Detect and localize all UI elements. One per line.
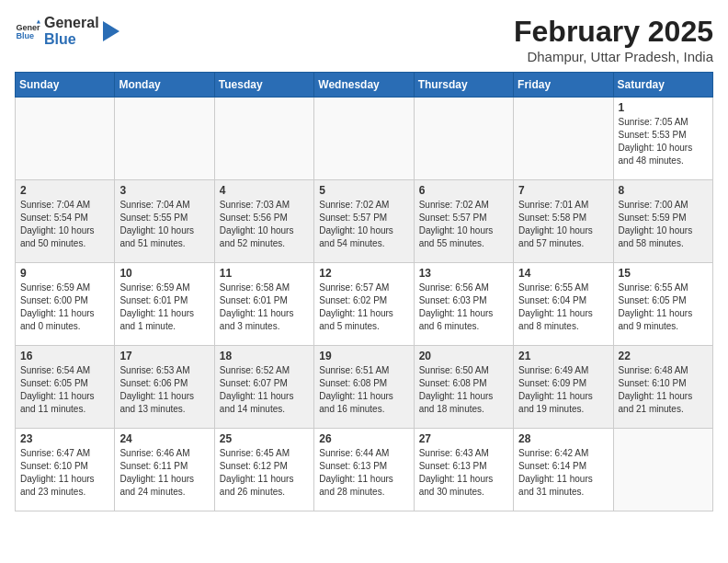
day-number: 10 [119, 267, 209, 280]
day-info: Sunrise: 7:04 AM Sunset: 5:55 PM Dayligh… [119, 199, 209, 250]
page-header: General Blue General Blue February 2025 … [15, 15, 713, 64]
day-info: Sunrise: 6:43 AM Sunset: 6:13 PM Dayligh… [419, 447, 508, 499]
calendar-cell [214, 98, 313, 180]
calendar-cell: 28Sunrise: 6:42 AM Sunset: 6:14 PM Dayli… [514, 429, 613, 511]
day-number: 7 [518, 184, 608, 197]
day-number: 8 [619, 184, 708, 197]
weekday-header-thursday: Thursday [414, 73, 513, 98]
weekday-header-friday: Friday [514, 73, 613, 98]
day-number: 3 [119, 184, 209, 197]
calendar-cell: 25Sunrise: 6:45 AM Sunset: 6:12 PM Dayli… [214, 429, 313, 511]
calendar-week-row: 23Sunrise: 6:47 AM Sunset: 6:10 PM Dayli… [16, 429, 713, 511]
calendar-cell: 12Sunrise: 6:57 AM Sunset: 6:02 PM Dayli… [314, 263, 414, 346]
calendar-cell: 11Sunrise: 6:58 AM Sunset: 6:01 PM Dayli… [214, 263, 313, 346]
day-number: 16 [20, 350, 109, 362]
calendar-cell: 24Sunrise: 6:46 AM Sunset: 6:11 PM Dayli… [115, 429, 214, 511]
calendar-cell: 6Sunrise: 7:02 AM Sunset: 5:57 PM Daylig… [414, 180, 513, 263]
day-info: Sunrise: 7:02 AM Sunset: 5:57 PM Dayligh… [319, 199, 408, 250]
svg-marker-3 [103, 21, 119, 41]
logo: General Blue General Blue [15, 15, 119, 47]
weekday-header-tuesday: Tuesday [214, 73, 313, 98]
calendar-cell: 26Sunrise: 6:44 AM Sunset: 6:13 PM Dayli… [314, 429, 414, 511]
calendar-cell: 5Sunrise: 7:02 AM Sunset: 5:57 PM Daylig… [314, 180, 414, 263]
calendar-cell: 15Sunrise: 6:55 AM Sunset: 6:05 PM Dayli… [613, 263, 712, 346]
calendar-cell: 17Sunrise: 6:53 AM Sunset: 6:06 PM Dayli… [115, 346, 214, 429]
day-number: 1 [619, 101, 708, 114]
day-info: Sunrise: 6:55 AM Sunset: 6:05 PM Dayligh… [619, 282, 708, 333]
location-subtitle: Dhampur, Uttar Pradesh, India [514, 49, 713, 64]
calendar-cell: 16Sunrise: 6:54 AM Sunset: 6:05 PM Dayli… [16, 346, 115, 429]
day-number: 20 [419, 350, 508, 362]
day-info: Sunrise: 6:46 AM Sunset: 6:11 PM Dayligh… [119, 447, 209, 499]
calendar-cell: 9Sunrise: 6:59 AM Sunset: 6:00 PM Daylig… [16, 263, 115, 346]
day-info: Sunrise: 7:01 AM Sunset: 5:58 PM Dayligh… [518, 199, 608, 250]
calendar-cell: 3Sunrise: 7:04 AM Sunset: 5:55 PM Daylig… [115, 180, 214, 263]
day-number: 14 [518, 267, 608, 280]
calendar-cell: 27Sunrise: 6:43 AM Sunset: 6:13 PM Dayli… [414, 429, 513, 511]
weekday-header-monday: Monday [115, 73, 214, 98]
day-info: Sunrise: 7:03 AM Sunset: 5:56 PM Dayligh… [220, 199, 309, 250]
day-info: Sunrise: 6:59 AM Sunset: 6:01 PM Dayligh… [119, 282, 209, 333]
calendar-cell [16, 98, 115, 180]
day-number: 9 [20, 267, 109, 280]
day-number: 24 [119, 432, 209, 445]
title-block: February 2025 Dhampur, Uttar Pradesh, In… [514, 15, 713, 64]
day-number: 19 [319, 350, 408, 362]
month-year-title: February 2025 [514, 15, 713, 49]
day-info: Sunrise: 6:47 AM Sunset: 6:10 PM Dayligh… [20, 447, 109, 499]
day-info: Sunrise: 6:55 AM Sunset: 6:04 PM Dayligh… [518, 282, 608, 333]
day-info: Sunrise: 7:00 AM Sunset: 5:59 PM Dayligh… [619, 199, 708, 250]
day-info: Sunrise: 6:44 AM Sunset: 6:13 PM Dayligh… [319, 447, 408, 499]
weekday-header-row: SundayMondayTuesdayWednesdayThursdayFrid… [16, 73, 713, 98]
calendar-week-row: 16Sunrise: 6:54 AM Sunset: 6:05 PM Dayli… [16, 346, 713, 429]
calendar-cell [514, 98, 613, 180]
day-info: Sunrise: 6:58 AM Sunset: 6:01 PM Dayligh… [220, 282, 309, 333]
day-number: 6 [419, 184, 508, 197]
day-info: Sunrise: 6:42 AM Sunset: 6:14 PM Dayligh… [518, 447, 608, 499]
day-number: 17 [119, 350, 209, 362]
day-number: 22 [619, 350, 708, 362]
calendar-cell: 14Sunrise: 6:55 AM Sunset: 6:04 PM Dayli… [514, 263, 613, 346]
logo-arrow-icon [103, 21, 119, 41]
day-number: 15 [619, 267, 708, 280]
logo-blue: Blue [44, 31, 99, 48]
calendar-cell: 8Sunrise: 7:00 AM Sunset: 5:59 PM Daylig… [613, 180, 712, 263]
calendar-cell: 7Sunrise: 7:01 AM Sunset: 5:58 PM Daylig… [514, 180, 613, 263]
day-info: Sunrise: 6:57 AM Sunset: 6:02 PM Dayligh… [319, 282, 408, 333]
day-number: 21 [518, 350, 608, 362]
calendar-cell: 4Sunrise: 7:03 AM Sunset: 5:56 PM Daylig… [214, 180, 313, 263]
day-info: Sunrise: 6:54 AM Sunset: 6:05 PM Dayligh… [20, 364, 109, 416]
calendar-cell [115, 98, 214, 180]
day-info: Sunrise: 7:04 AM Sunset: 5:54 PM Dayligh… [20, 199, 109, 250]
calendar-cell: 1Sunrise: 7:05 AM Sunset: 5:53 PM Daylig… [613, 98, 712, 180]
svg-marker-2 [37, 19, 40, 23]
calendar-cell: 22Sunrise: 6:48 AM Sunset: 6:10 PM Dayli… [613, 346, 712, 429]
day-number: 12 [319, 267, 408, 280]
day-number: 5 [319, 184, 408, 197]
day-number: 4 [220, 184, 309, 197]
calendar-week-row: 1Sunrise: 7:05 AM Sunset: 5:53 PM Daylig… [16, 98, 713, 180]
calendar-cell: 13Sunrise: 6:56 AM Sunset: 6:03 PM Dayli… [414, 263, 513, 346]
calendar-cell: 23Sunrise: 6:47 AM Sunset: 6:10 PM Dayli… [16, 429, 115, 511]
day-number: 23 [20, 432, 109, 445]
day-info: Sunrise: 7:02 AM Sunset: 5:57 PM Dayligh… [419, 199, 508, 250]
calendar-cell: 19Sunrise: 6:51 AM Sunset: 6:08 PM Dayli… [314, 346, 414, 429]
day-info: Sunrise: 6:48 AM Sunset: 6:10 PM Dayligh… [619, 364, 708, 416]
day-info: Sunrise: 6:56 AM Sunset: 6:03 PM Dayligh… [419, 282, 508, 333]
day-number: 25 [220, 432, 309, 445]
calendar-cell [613, 429, 712, 511]
weekday-header-saturday: Saturday [613, 73, 712, 98]
calendar-table: SundayMondayTuesdayWednesdayThursdayFrid… [15, 72, 713, 511]
calendar-cell: 10Sunrise: 6:59 AM Sunset: 6:01 PM Dayli… [115, 263, 214, 346]
calendar-cell: 18Sunrise: 6:52 AM Sunset: 6:07 PM Dayli… [214, 346, 313, 429]
day-number: 27 [419, 432, 508, 445]
weekday-header-wednesday: Wednesday [314, 73, 414, 98]
calendar-cell [314, 98, 414, 180]
day-info: Sunrise: 6:51 AM Sunset: 6:08 PM Dayligh… [319, 364, 408, 416]
calendar-week-row: 9Sunrise: 6:59 AM Sunset: 6:00 PM Daylig… [16, 263, 713, 346]
day-info: Sunrise: 6:50 AM Sunset: 6:08 PM Dayligh… [419, 364, 508, 416]
day-number: 11 [220, 267, 309, 280]
day-number: 18 [220, 350, 309, 362]
day-info: Sunrise: 6:53 AM Sunset: 6:06 PM Dayligh… [119, 364, 209, 416]
day-number: 2 [20, 184, 109, 197]
